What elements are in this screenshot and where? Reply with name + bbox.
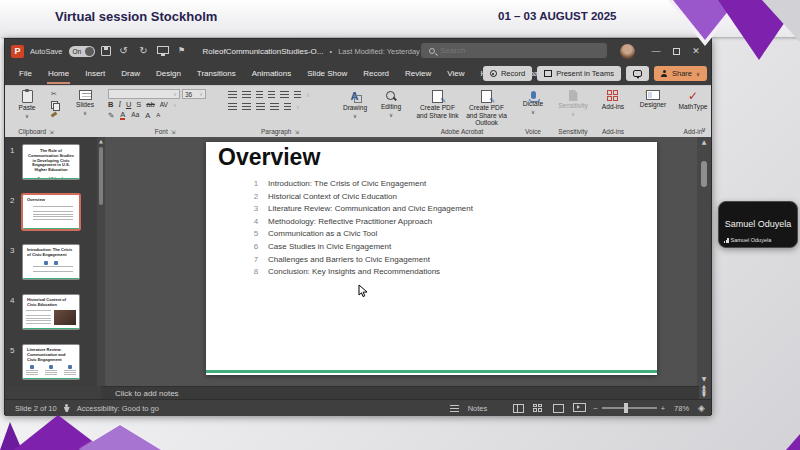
- thumbnail-row-1[interactable]: 1 The Role of Communication Studies in D…: [5, 145, 97, 179]
- next-slide-icon[interactable]: ▼▼: [702, 392, 706, 398]
- participant-video-tile[interactable]: Samuel Oduyela Samuel Oduyela: [718, 201, 798, 248]
- scrollbar-thumb[interactable]: [99, 147, 103, 205]
- slide-thumbnail[interactable]: Historical Context of Civic Education: [23, 295, 79, 329]
- comments-button[interactable]: [626, 66, 649, 81]
- tab-animations[interactable]: Animations: [244, 63, 300, 85]
- redo-icon[interactable]: ↻: [137, 46, 151, 56]
- copy-icon[interactable]: [51, 101, 58, 109]
- numbering-icon[interactable]: [242, 91, 251, 99]
- present-in-teams-button[interactable]: Present in Teams: [537, 66, 621, 81]
- fit-to-window-icon[interactable]: ◈: [698, 403, 705, 413]
- minimize-button[interactable]: —: [647, 42, 665, 60]
- line-spacing-icon[interactable]: [280, 91, 289, 99]
- slide-thumbnail[interactable]: Literature Review: Communication and Civ…: [23, 345, 79, 379]
- scrollbar-thumb[interactable]: [701, 161, 707, 187]
- user-avatar[interactable]: [620, 44, 635, 59]
- tab-slide-show[interactable]: Slide Show: [299, 63, 355, 85]
- tab-draw[interactable]: Draw: [113, 63, 148, 85]
- tab-transitions[interactable]: Transitions: [189, 63, 244, 85]
- zoom-out-button[interactable]: −: [593, 404, 597, 413]
- slide-thumbnail[interactable]: Introduction: The Crisis of Civic Engage…: [23, 245, 79, 279]
- change-case-button[interactable]: Aa: [131, 112, 139, 119]
- create-pdf-share-outlook-button[interactable]: Create PDF and Share via Outlook: [463, 88, 510, 127]
- designer-button[interactable]: Designer: [636, 88, 670, 109]
- slide-counter[interactable]: Slide 2 of 10: [15, 404, 57, 413]
- dialog-launcher-icon[interactable]: ⇲: [49, 129, 54, 135]
- tab-design[interactable]: Design: [148, 63, 189, 85]
- normal-view-icon[interactable]: [513, 404, 524, 413]
- collapse-ribbon-icon[interactable]: ∨: [701, 126, 706, 134]
- format-painter-icon[interactable]: [50, 112, 58, 120]
- editing-button[interactable]: Editing ∨: [374, 88, 408, 118]
- shrink-font-button[interactable]: A: [156, 112, 160, 118]
- dialog-launcher-icon[interactable]: ⇲: [294, 129, 299, 135]
- undo-icon[interactable]: ↺: [117, 46, 131, 56]
- slide-title[interactable]: Overview: [218, 144, 320, 171]
- reading-view-icon[interactable]: [553, 404, 564, 413]
- thumbnail-row-2-selected[interactable]: 2 Overview: [5, 195, 97, 229]
- bold-button[interactable]: B: [108, 101, 113, 109]
- addins-button[interactable]: Add-ins: [596, 88, 630, 111]
- tab-review[interactable]: Review: [397, 63, 439, 85]
- text-direction-icon[interactable]: [284, 103, 291, 111]
- slide-sorter-icon[interactable]: [533, 404, 544, 413]
- highlight-pen-icon[interactable]: ✎: [108, 112, 114, 120]
- drawing-button[interactable]: Drawing ∨: [338, 88, 372, 119]
- tab-insert[interactable]: Insert: [77, 63, 113, 85]
- search-box[interactable]: [421, 43, 607, 58]
- notes-pane[interactable]: Click to add notes: [101, 386, 699, 399]
- notes-toggle-icon[interactable]: [450, 405, 459, 412]
- share-button[interactable]: Share ∨: [654, 66, 707, 81]
- mathtype-button[interactable]: ✓ MathType: [676, 88, 710, 111]
- slide-thumbnail[interactable]: Overview: [23, 195, 79, 229]
- sensitivity-button[interactable]: Sensitivity ∨: [556, 88, 590, 117]
- create-pdf-share-link-button[interactable]: Create PDF and Share link: [414, 88, 461, 119]
- character-spacing-button[interactable]: AV: [160, 102, 168, 109]
- decrease-indent-icon[interactable]: [256, 91, 263, 99]
- zoom-in-button[interactable]: +: [661, 404, 665, 413]
- notes-toggle-label[interactable]: Notes: [468, 404, 488, 413]
- zoom-level[interactable]: 78%: [674, 404, 689, 413]
- accessibility-status[interactable]: Accessibility: Good to go: [77, 404, 159, 413]
- font-color-button[interactable]: A: [120, 111, 125, 121]
- cut-icon[interactable]: ✂: [51, 91, 57, 98]
- slides-button[interactable]: Slides ∨: [68, 88, 102, 116]
- columns-icon[interactable]: [294, 91, 301, 99]
- dialog-launcher-icon[interactable]: ⇲: [171, 129, 176, 135]
- grow-font-button[interactable]: A: [145, 112, 150, 120]
- tab-record[interactable]: Record: [355, 63, 397, 85]
- align-left-icon[interactable]: [228, 103, 237, 111]
- start-presentation-icon[interactable]: [157, 46, 169, 54]
- thumbnail-row-5[interactable]: 5 Literature Review: Communication and C…: [5, 345, 97, 379]
- slide-outline-list[interactable]: 1Introduction: The Crisis of Civic Engag…: [250, 179, 473, 280]
- notes-placeholder[interactable]: Click to add notes: [115, 389, 179, 398]
- record-button[interactable]: Record: [483, 66, 532, 81]
- text-shadow-button[interactable]: S: [136, 101, 141, 109]
- tab-file[interactable]: File: [11, 63, 40, 85]
- slide-thumbnail[interactable]: The Role of Communication Studies in Dev…: [23, 145, 79, 179]
- scroll-up-icon[interactable]: ▲: [97, 137, 105, 145]
- slideshow-icon[interactable]: [573, 403, 584, 413]
- autosave-toggle[interactable]: On: [69, 46, 95, 57]
- align-right-icon[interactable]: [256, 103, 265, 111]
- thumbnail-row-4[interactable]: 4 Historical Context of Civic Education: [5, 295, 97, 329]
- search-input[interactable]: [440, 46, 580, 55]
- scroll-up-icon[interactable]: ▲: [702, 137, 707, 147]
- strikethrough-button[interactable]: ab: [146, 101, 154, 109]
- zoom-slider[interactable]: [602, 407, 657, 409]
- justify-icon[interactable]: [270, 103, 279, 111]
- tab-home[interactable]: Home: [40, 63, 77, 85]
- tab-view[interactable]: View: [439, 63, 472, 85]
- increase-indent-icon[interactable]: [268, 91, 275, 99]
- current-slide[interactable]: Overview 1Introduction: The Crisis of Ci…: [206, 142, 657, 375]
- thumbnail-scrollbar[interactable]: ▲: [97, 137, 105, 386]
- italic-button[interactable]: I: [118, 101, 121, 109]
- save-icon[interactable]: [101, 46, 111, 56]
- zoom-slider-knob[interactable]: [624, 403, 628, 413]
- paste-button[interactable]: Paste ∨: [10, 88, 44, 119]
- bullets-icon[interactable]: [228, 91, 237, 99]
- align-center-icon[interactable]: [242, 103, 251, 111]
- thumbnail-row-3[interactable]: 3 Introduction: The Crisis of Civic Enga…: [5, 245, 97, 279]
- dictate-button[interactable]: Dictate ∨: [516, 88, 550, 115]
- flag-icon[interactable]: ⚑: [175, 47, 189, 55]
